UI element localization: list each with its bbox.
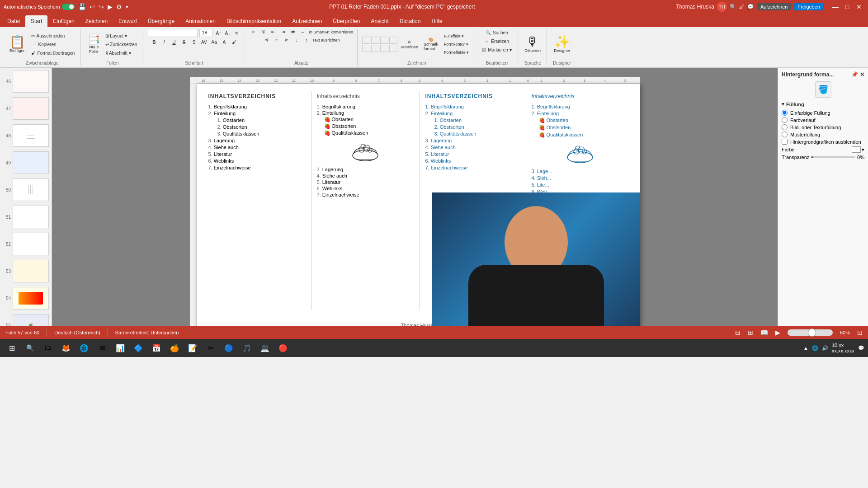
slide-thumb-54[interactable]: 54 [0, 285, 52, 312]
shape8[interactable] [389, 45, 397, 52]
search-global-icon[interactable]: 🔍 [730, 4, 736, 10]
taskbar-chrome[interactable]: 🌐 [76, 340, 92, 356]
taskbar-snip[interactable]: ✂ [203, 340, 219, 356]
neue-folie-button[interactable]: 📑 NeueFolie [85, 33, 102, 55]
font-size-input[interactable]: 18 [199, 29, 213, 37]
option-bild[interactable]: Bild- oder Texturfüllung [782, 124, 864, 130]
presenter-view-icon[interactable]: ▶ [775, 329, 780, 336]
panel-close-icon[interactable]: ✕ [860, 71, 864, 78]
shape7[interactable] [380, 45, 388, 52]
share-drawing-icon[interactable]: 🖊 [739, 4, 745, 10]
designer-button[interactable]: ✨ Designer [552, 34, 572, 54]
markieren-button[interactable]: ☑ Markieren ▾ [480, 46, 514, 54]
slide-thumb-49[interactable]: 49 [0, 149, 52, 176]
text-dir-button[interactable]: ⇄ [288, 29, 297, 35]
tab-zeichnen[interactable]: Zeichnen [80, 15, 113, 27]
quick-access-icon[interactable]: ⚙ [116, 3, 122, 10]
shape6[interactable] [371, 45, 379, 52]
canvas-area[interactable]: 161514 131211 1098 765 432 101 234 5 [52, 68, 778, 326]
slide-canvas[interactable]: INHALTSVERZEICHNIS 1. Begriffsklärung 2.… [197, 84, 640, 326]
bold-button[interactable]: B [150, 39, 159, 45]
tray-volume[interactable]: 🔊 [822, 345, 828, 351]
slide-thumb-51[interactable]: 51 [0, 203, 52, 230]
option-muster[interactable]: Musterfüllung [782, 131, 864, 137]
slide-thumb-50[interactable]: 50 │ │ ││ │ ││ │ │ [0, 176, 52, 203]
tab-start[interactable]: Start [25, 15, 47, 27]
tab-hilfe[interactable]: Hilfe [426, 15, 448, 27]
start-button[interactable]: ⊞ [4, 340, 20, 356]
list-bullet-button[interactable]: ≡ [249, 29, 258, 35]
shape4[interactable] [389, 37, 397, 44]
ersetzen-button[interactable]: ↔ Ersetzen [482, 38, 511, 45]
formeffekte-button[interactable]: Formeffekte ▾ [442, 49, 471, 56]
indent-less-button[interactable]: ⇤ [269, 29, 278, 35]
taskbar-sticky[interactable]: 📝 [184, 340, 201, 356]
text-richtig-button[interactable]: Text ausrichten [312, 38, 340, 43]
taskbar-word[interactable]: 💻 [257, 340, 273, 356]
schnellformat-button[interactable]: 🎨 Schnell-format... [421, 36, 441, 52]
tab-aufzeichnen[interactable]: Aufzeichnen [287, 15, 327, 27]
font-color-button[interactable]: A [220, 39, 229, 45]
share-button[interactable]: Freigeben [794, 3, 824, 10]
layout-button[interactable]: ⊞ Layout ▾ [103, 32, 139, 40]
align-left-button[interactable]: ⫷ [262, 37, 271, 43]
indent-more-button[interactable]: ⇥ [278, 29, 288, 35]
radio-muster[interactable] [782, 131, 788, 137]
abschnitt-button[interactable]: § Abschnitt ▾ [103, 49, 139, 57]
checkbox-hintergrund[interactable] [782, 139, 788, 145]
tab-ansicht[interactable]: Ansicht [365, 15, 394, 27]
slide-thumb-46[interactable]: 46 [0, 68, 52, 95]
color-picker[interactable] [852, 146, 861, 153]
taskbar-search[interactable]: 🔍 [22, 340, 38, 356]
paint-bucket-button[interactable]: 🪣 [815, 81, 831, 98]
tab-dictation[interactable]: Dictation [394, 15, 426, 27]
list-num-button[interactable]: ① [259, 29, 268, 35]
slide-thumb-52[interactable]: 52 [0, 230, 52, 258]
line-spacing-button[interactable]: ↕ [302, 37, 311, 43]
option-einfarbig[interactable]: Einfarbige Füllung [782, 110, 864, 116]
ausschneiden-button[interactable]: ✂ Ausschneiden [29, 32, 77, 40]
taskbar-explorer[interactable]: 🗂 [40, 340, 56, 356]
radio-farbverlauf[interactable] [782, 117, 788, 123]
justify-button[interactable]: ⫶ [292, 37, 301, 43]
tab-ueberpruefen[interactable]: Überprüfen [327, 15, 365, 27]
taskbar-teams[interactable]: 🔷 [130, 340, 146, 356]
columns-button[interactable]: ⫠ [298, 29, 307, 35]
highlight-button[interactable]: 🖌 [230, 39, 239, 45]
format-button[interactable]: 🖌 Format übertragen [29, 49, 77, 57]
radio-einfarbig[interactable] [782, 110, 788, 116]
tray-network[interactable]: 🌐 [812, 345, 818, 351]
anordnen-button[interactable]: ⧉ Anordnen [398, 38, 420, 51]
normal-view-icon[interactable]: ⊟ [735, 329, 741, 336]
clear-format-button[interactable]: ✕ [233, 30, 240, 36]
slide-thumb-53[interactable]: 53 [0, 258, 52, 285]
diktieren-button[interactable]: 🎙 Diktieren [523, 34, 543, 54]
underline-button[interactable]: U [170, 39, 179, 45]
present-icon[interactable]: ▶ [108, 3, 113, 10]
taskbar-outlook[interactable]: ✉ [94, 340, 110, 356]
italic-button[interactable]: I [160, 39, 169, 45]
formkontur-button[interactable]: Formkontur ▾ [442, 41, 471, 48]
taskbar-firefox[interactable]: 🦊 [58, 340, 74, 356]
radio-bild[interactable] [782, 124, 788, 130]
autosave-toggle[interactable] [62, 4, 75, 10]
slide-sorter-icon[interactable]: ⊞ [748, 329, 753, 336]
taskbar-media[interactable]: 🎵 [239, 340, 255, 356]
smartart-button[interactable]: In SmartArt konvertieren [308, 29, 354, 35]
undo-icon[interactable]: ↩ [90, 3, 95, 10]
transparency-slider[interactable] [811, 156, 855, 158]
tab-bildschirm[interactable]: Bildschirmpräsentation [221, 15, 287, 27]
tab-uebergaenge[interactable]: Übergänge [142, 15, 180, 27]
fit-window-icon[interactable]: ⊡ [857, 329, 863, 336]
close-button[interactable]: ✕ [854, 2, 864, 11]
dropdown-icon[interactable]: ▾ [126, 4, 128, 10]
suchen-button[interactable]: 🔍 Suchen [483, 29, 510, 37]
slide-thumb-47[interactable]: 47 [0, 95, 52, 122]
increase-font-button[interactable]: A↑ [215, 30, 222, 36]
kopieren-button[interactable]: 📄 Kopieren [29, 41, 77, 48]
shape5[interactable] [362, 45, 370, 52]
char-spacing-button[interactable]: AV [199, 39, 209, 45]
case-button[interactable]: Aa [210, 39, 219, 45]
fuelleffekt-button[interactable]: Fülleffekt ▾ [442, 33, 471, 40]
shape1[interactable] [362, 37, 370, 44]
